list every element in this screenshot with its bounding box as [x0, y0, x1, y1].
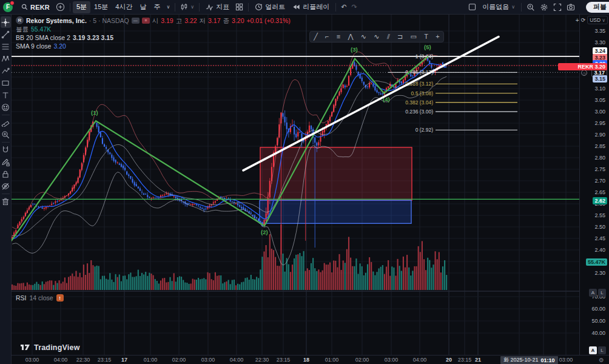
redo-button[interactable]: ↷ — [349, 1, 359, 13]
rsi-label[interactable]: RSI — [16, 294, 27, 302]
currency-button[interactable]: USD∨ — [587, 16, 608, 24]
layout-name-button[interactable]: 이름없음∨ — [479, 1, 519, 13]
quick-search-icon[interactable] — [524, 1, 537, 13]
search-icon — [21, 4, 28, 10]
float-fib-retracement-icon[interactable]: ≡ — [337, 33, 340, 40]
tradingview-app: 1 (3.24)0.786 (3.17)0.618 (3.12)0.5 (3.0… — [0, 0, 609, 364]
drawing-lock-tool-icon[interactable] — [1, 156, 11, 167]
trend-line-tool-icon[interactable] — [1, 29, 11, 40]
svg-text:1 (3.24): 1 (3.24) — [416, 53, 433, 59]
open-value: 3.19 — [161, 17, 173, 24]
price-axis[interactable]: + ⟳ USD∨ 3.353.303.103.053.002.952.902.8… — [579, 15, 609, 355]
change-value: +0.01 (+0.31%) — [246, 17, 290, 24]
zoom-in-tool-icon[interactable] — [1, 129, 11, 140]
left-drawing-toolbar — [0, 15, 12, 364]
float-elliott-impulse-icon[interactable]: ∿ — [374, 33, 379, 40]
symbol-price-badge: REKR 3.20 — [558, 63, 607, 70]
chart-legend: R Rekor Systems, Inc. · 5 · NASDAQ — ≡ 시… — [16, 16, 291, 51]
axis-reset-icon[interactable]: ⟳ — [581, 17, 586, 23]
crosshair-tool-icon[interactable] — [1, 16, 11, 28]
alert-button[interactable]: 얼러트 — [251, 1, 289, 13]
float-cross-icon[interactable]: + — [436, 33, 439, 40]
time-tick: 04:00 — [413, 357, 427, 363]
time-axis-gear-icon[interactable]: ⚙ — [599, 357, 604, 363]
rsi-error-badge[interactable]: ! — [56, 294, 64, 302]
rsi-tick: 60.00 — [591, 306, 605, 312]
price-tick: 3.10 — [594, 86, 605, 92]
float-xabcd-pattern-icon[interactable]: ⋀ — [348, 33, 354, 40]
fib-retracement-tool-icon[interactable] — [1, 41, 11, 52]
time-tick: 20 — [446, 357, 452, 363]
price-tick: 3.35 — [594, 28, 605, 34]
alert-countdown-icon[interactable]: ◷ — [581, 70, 587, 76]
svg-text:(1): (1) — [91, 109, 98, 116]
ruler-tool-icon[interactable] — [1, 116, 11, 128]
emoji-tool-icon[interactable] — [1, 101, 11, 113]
float-rectangle-icon[interactable]: ▭ — [411, 33, 417, 40]
floating-draw-toolbar: ╱⌐≡⋀∿∿⫽⊐▭T+ — [309, 31, 444, 42]
xabcd-pattern-tool-icon[interactable] — [1, 53, 11, 64]
layout-button[interactable] — [466, 1, 479, 13]
axis-plus-icon[interactable]: + — [576, 17, 579, 24]
float-flat-channel-icon[interactable]: ⊐ — [397, 33, 403, 40]
undo-button[interactable]: ↶ — [338, 1, 349, 13]
hide-all-tool-icon[interactable] — [1, 180, 11, 192]
replay-button[interactable]: 리플레이 — [289, 1, 333, 13]
rsi-tick: 50.00 — [591, 318, 605, 324]
price-tick: 3.05 — [594, 97, 605, 103]
price-tick: 2.85 — [594, 143, 605, 149]
fullscreen-icon[interactable] — [551, 1, 564, 13]
indicator-templates-button[interactable] — [233, 1, 246, 13]
lock-all-tool-icon[interactable] — [1, 168, 11, 180]
forecast-tool-icon[interactable] — [1, 65, 11, 76]
chart-canvas[interactable]: 1 (3.24)0.786 (3.17)0.618 (3.12)0.5 (3.0… — [0, 0, 609, 364]
legend-flag-chip[interactable]: ≡ — [142, 18, 150, 24]
float-text-icon[interactable]: T — [424, 33, 428, 40]
main-log-scale-button[interactable]: L — [598, 289, 606, 297]
timeframe-1d[interactable]: 날 — [136, 1, 150, 13]
legend-interval-exchange: · 5 · NASDAQ — [89, 17, 129, 24]
compare-add-button[interactable] — [53, 1, 67, 13]
legend-hide-chip[interactable]: — — [132, 18, 140, 24]
close-value: 3.20 — [232, 17, 244, 24]
user-avatar[interactable]: F — [3, 2, 13, 12]
timeframe-dropdown[interactable]: ∨ — [164, 1, 172, 13]
time-tick: 03:00 — [25, 357, 39, 363]
trash-tool-icon[interactable] — [1, 195, 11, 207]
time-tick: 04:00 — [54, 357, 68, 363]
publish-button[interactable]: 퍼블 — [586, 2, 609, 13]
symbol-search-button[interactable]: REKR — [18, 1, 53, 13]
float-trend-line-icon[interactable]: ╱ — [314, 33, 318, 40]
time-tick: 23:15 — [98, 357, 112, 363]
indicators-button[interactable]: 지표 — [202, 1, 233, 13]
sma-indicator-label[interactable]: SMA 9 close — [16, 42, 51, 50]
main-auto-scale-button[interactable]: A — [589, 289, 597, 297]
notification-badge — [10, 1, 15, 5]
timeframe-1w[interactable]: 주 — [150, 1, 164, 13]
float-horizontal-ray-icon[interactable]: ⌐ — [325, 33, 329, 40]
tradingview-logo[interactable]: TradingView — [20, 343, 80, 352]
settings-gear-icon[interactable] — [537, 1, 551, 13]
time-tick: 22:30 — [255, 357, 269, 363]
chart-style-button[interactable]: ∨ — [178, 1, 197, 13]
timeframe-15m[interactable]: 15분 — [90, 1, 112, 13]
magnet-tool-icon[interactable] — [1, 144, 11, 155]
float-parallel-channel-icon[interactable]: ⫽ — [387, 33, 390, 40]
legend-symbol-title[interactable]: Rekor Systems, Inc. — [26, 17, 87, 24]
timeframe-5m[interactable]: 5분 — [73, 1, 90, 13]
text-tool-icon[interactable] — [1, 89, 11, 101]
sma-value: 3.20 — [53, 42, 66, 50]
camera-snapshot-icon[interactable] — [564, 1, 577, 13]
time-tick: 02:00 — [355, 357, 369, 363]
float-elliott-wave-icon[interactable]: ∿ — [361, 33, 366, 40]
price-tick: 3.30 — [594, 39, 605, 46]
rsi-log-scale-button[interactable]: L — [598, 346, 606, 354]
volume-label[interactable]: 볼륨 — [16, 25, 29, 33]
price-tick: 2.95 — [594, 120, 605, 126]
rsi-auto-scale-button[interactable]: A — [589, 346, 597, 354]
shapes-tool-icon[interactable] — [1, 77, 11, 89]
bb-indicator-label[interactable]: BB 20 SMA close 2 — [16, 34, 70, 41]
timeframe-4h[interactable]: 4시간 — [112, 1, 136, 13]
time-axis[interactable]: 화 2025-10-2101:10 ⚙ 03:0004:0022:3023:15… — [0, 355, 609, 364]
price-tick: 2.50 — [594, 224, 605, 230]
